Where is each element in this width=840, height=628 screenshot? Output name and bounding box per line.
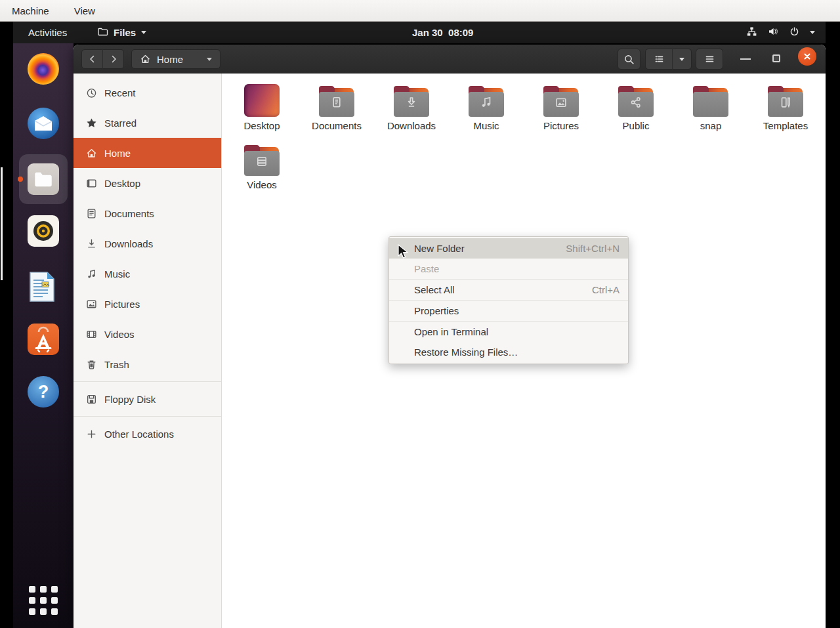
dock-item-files[interactable] (28, 163, 59, 195)
music-icon (84, 268, 98, 280)
sidebar-item-label: Pictures (104, 299, 140, 310)
sidebar-item-label: Documents (104, 208, 154, 219)
caret-down-icon (810, 31, 815, 37)
dock-item-thunderbird[interactable] (28, 108, 59, 139)
document-icon (84, 208, 98, 219)
sidebar-item-label: Downloads (104, 238, 153, 249)
vm-menu-machine[interactable]: Machine (12, 5, 49, 16)
file-item-music[interactable]: Music (449, 77, 524, 136)
hamburger-icon (704, 54, 715, 64)
menu-item-shortcut: Shift+Ctrl+N (566, 243, 620, 254)
minimize-button[interactable] (740, 58, 751, 60)
close-button[interactable] (798, 47, 816, 66)
film-icon (84, 329, 98, 340)
down-arrow-emblem-icon (404, 95, 419, 110)
search-button[interactable] (618, 49, 640, 70)
file-item-public[interactable]: Public (598, 77, 673, 136)
sidebar-item-downloads[interactable]: Downloads (74, 228, 221, 259)
file-item-pictures[interactable]: Pictures (524, 77, 598, 136)
dock-item-libreoffice-writer[interactable] (28, 271, 59, 303)
dock-item-help[interactable]: ? (28, 376, 59, 408)
dock-running-indicator (18, 177, 23, 182)
sidebar-item-floppy-disk[interactable]: Floppy Disk (74, 384, 221, 414)
close-icon (803, 52, 812, 61)
sidebar-item-label: Music (104, 268, 130, 280)
home-icon (140, 54, 151, 64)
sidebar-item-videos[interactable]: Videos (74, 319, 221, 349)
folder-icon (97, 26, 108, 39)
dock-item-firefox[interactable] (28, 53, 59, 85)
sidebar-separator (74, 416, 221, 417)
sidebar-item-recent[interactable]: Recent (74, 77, 221, 108)
file-item-videos[interactable]: Videos (224, 136, 299, 196)
file-label: Videos (247, 179, 277, 190)
file-item-snap[interactable]: snap (673, 77, 748, 136)
file-label: Public (623, 120, 650, 131)
sidebar-item-other-locations[interactable]: Other Locations (74, 419, 221, 449)
sidebar-item-label: Starred (104, 117, 136, 129)
picture-icon (84, 299, 98, 310)
hamburger-menu-button[interactable] (696, 49, 723, 70)
sidebar-separator (74, 381, 221, 382)
image-emblem-icon (554, 95, 568, 110)
menu-item-label: Properties (414, 305, 459, 316)
screen: Machine View Activities Files Jan 30 08:… (0, 0, 840, 628)
context-menu-item-properties[interactable]: Properties (389, 301, 628, 321)
sidebar-item-pictures[interactable]: Pictures (74, 289, 221, 319)
location-label: Home (157, 54, 183, 65)
sidebar-item-home[interactable]: Home (74, 138, 221, 168)
file-label: Desktop (243, 120, 280, 131)
sidebar-item-documents[interactable]: Documents (74, 198, 221, 228)
caret-down-icon (141, 31, 146, 37)
folder-icon (693, 86, 728, 117)
context-menu-item-new-folder[interactable]: New Folder Shift+Ctrl+N (389, 238, 628, 259)
headerbar: Home (74, 45, 826, 73)
sidebar-item-music[interactable]: Music (74, 259, 221, 289)
sidebar-item-label: Trash (104, 359, 129, 370)
location-breadcrumb-button[interactable]: Home (131, 49, 220, 69)
folder-icon (618, 86, 654, 117)
menu-item-label: Open in Terminal (414, 326, 488, 337)
back-button[interactable] (81, 49, 103, 69)
folder-icon (244, 145, 280, 176)
sidebar-item-trash[interactable]: Trash (74, 349, 221, 379)
mouse-cursor (397, 244, 411, 262)
system-status-area[interactable] (746, 22, 815, 43)
list-view-icon (654, 54, 665, 64)
sidebar-item-starred[interactable]: Starred (74, 108, 221, 138)
restore-button[interactable] (772, 54, 780, 62)
sidebar-item-label: Recent (104, 87, 136, 98)
sidebar-item-desktop[interactable]: Desktop (74, 168, 221, 198)
sidebar-item-label: Desktop (104, 178, 140, 189)
file-item-templates[interactable]: Templates (748, 77, 823, 136)
vm-menu-view[interactable]: View (74, 5, 95, 16)
search-icon (623, 54, 635, 65)
context-menu-item-restore-missing-files[interactable]: Restore Missing Files… (389, 342, 628, 362)
forward-button[interactable] (102, 49, 124, 69)
file-item-documents[interactable]: Documents (299, 77, 374, 136)
show-applications-button[interactable] (29, 586, 60, 618)
desktop-icon (84, 178, 98, 189)
dock-item-rhythmbox[interactable] (28, 215, 59, 247)
context-menu-item-open-in-terminal[interactable]: Open in Terminal (389, 322, 628, 342)
sidebar-item-label: Other Locations (104, 429, 174, 440)
view-options-button[interactable] (672, 49, 692, 70)
folder-icon (768, 86, 803, 117)
template-emblem-icon (778, 95, 793, 110)
volume-icon (767, 26, 779, 39)
list-view-button[interactable] (645, 49, 673, 70)
clock[interactable]: Jan 30 08:09 (412, 22, 473, 43)
app-menu-button[interactable]: Files (97, 22, 146, 43)
chevron-right-icon (108, 54, 119, 64)
file-label: Pictures (543, 120, 579, 131)
dock-item-ubuntu-software[interactable] (28, 324, 59, 355)
folder-icon (394, 86, 429, 117)
dock: ? (13, 43, 74, 628)
desktop-folder-icon (244, 84, 280, 117)
file-item-downloads[interactable]: Downloads (374, 77, 449, 136)
file-item-desktop[interactable]: Desktop (224, 77, 299, 136)
file-label: snap (700, 120, 722, 131)
context-menu-item-paste[interactable]: Paste (389, 259, 628, 279)
activities-button[interactable]: Activities (23, 22, 72, 43)
context-menu-item-select-all[interactable]: Select All Ctrl+A (389, 280, 628, 300)
